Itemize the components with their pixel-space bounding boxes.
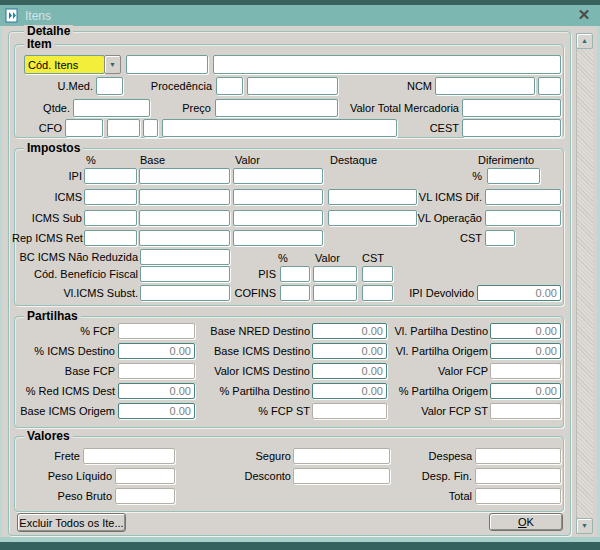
pct-partilha-origem-label: % Partilha Origem [378,383,488,399]
pis-cst-field[interactable] [362,266,393,282]
impostos-group-label: Impostos [24,142,83,154]
frete-field[interactable] [83,448,175,464]
rep-icms-ret-pct-field[interactable] [84,230,137,246]
ipi-pct-field[interactable] [84,168,137,184]
desp-fin-field[interactable] [475,468,561,484]
vertical-scrollbar[interactable] [576,33,593,534]
qtde-field[interactable] [73,99,150,117]
pis-cofins-header-pct: % [278,252,288,264]
valor-total-mercadoria-field[interactable] [462,99,561,117]
peso-liquido-label: Peso Líquido [32,468,112,484]
icms-pct-field[interactable] [84,189,137,205]
base-fcp-field[interactable] [118,363,195,379]
impostos-header-destaque: Destaque [330,154,377,166]
item-description-field[interactable] [213,55,561,74]
ncm-ex-field[interactable] [538,77,561,95]
peso-liquido-field[interactable] [115,468,175,484]
pis-pct-field[interactable] [280,266,310,282]
peso-bruto-field[interactable] [115,488,175,504]
base-icms-destino-label: Base ICMS Destino [200,343,310,359]
icms-sub-valor-field[interactable] [233,210,323,226]
cfo-field-2[interactable] [107,119,140,137]
rep-icms-ret-valor-field[interactable] [233,230,323,246]
pct-fcp-st-field[interactable] [312,403,387,419]
procedencia-field[interactable] [247,77,338,95]
cod-beneficio-fiscal-field[interactable] [140,266,230,282]
rep-icms-ret-base-field[interactable] [139,230,230,246]
pis-valor-field[interactable] [313,266,357,282]
scroll-down-button[interactable]: ▼ [576,518,593,534]
despesa-field[interactable] [475,448,561,464]
cfo-field-3[interactable] [143,119,158,137]
umed-field[interactable] [96,77,123,95]
base-icms-destino-field[interactable] [312,343,387,359]
cfo-description-field[interactable] [162,119,397,137]
item-code-field[interactable] [126,55,208,74]
window-bottom-frame [0,542,600,550]
item-group-label: Item [24,38,55,50]
desconto-field[interactable] [293,468,390,484]
base-nred-destino-field[interactable] [312,323,387,339]
icms-sub-base-field[interactable] [139,210,230,226]
icms-sub-destaque-field[interactable] [328,210,417,226]
vl-icms-subst-field[interactable] [140,285,230,301]
vl-partilha-destino-field[interactable] [490,323,561,339]
pct-partilha-origem-field[interactable] [490,383,561,399]
diferimento-pct-field[interactable] [487,168,540,184]
pct-icms-destino-field[interactable] [118,343,195,359]
base-nred-destino-label: Base NRED Destino [200,323,310,339]
item-code-combo[interactable] [24,55,105,74]
rep-icms-ret-label: Rep ICMS Ret [12,230,82,246]
ipi-devolvido-field[interactable] [477,285,561,301]
vl-icms-dif-field[interactable] [485,189,561,205]
frete-label: Frete [30,448,80,464]
vl-partilha-origem-field[interactable] [490,343,561,359]
cofins-valor-field[interactable] [313,285,357,301]
item-code-combo-button[interactable]: ▼ [104,55,121,74]
ipi-label: IPI [42,168,82,184]
window-titlebar[interactable]: Itens [0,5,600,26]
ncm-field[interactable] [435,77,535,95]
ipi-base-field[interactable] [139,168,230,184]
partilhas-group-label: Partilhas [24,310,81,322]
icms-destaque-field[interactable] [328,189,417,205]
vl-partilha-destino-label: Vl. Partilha Destino [378,323,488,339]
pct-partilha-destino-field[interactable] [312,383,387,399]
close-icon[interactable]: ✕ [575,7,593,23]
vl-operacao-field[interactable] [485,210,561,226]
cofins-cst-field[interactable] [362,285,393,301]
pct-fcp-st-label: % FCP ST [200,403,310,419]
cofins-pct-field[interactable] [280,285,310,301]
icms-base-field[interactable] [139,189,230,205]
excluir-todos-button[interactable]: Excluir Todos os Ite... [17,513,126,532]
preco-label: Preço [161,99,211,117]
base-icms-origem-field[interactable] [118,403,195,419]
preco-field[interactable] [215,99,338,117]
total-field[interactable] [475,488,561,504]
cest-field[interactable] [462,119,561,137]
pct-fcp-field[interactable] [118,323,195,339]
pct-red-icms-dest-field[interactable] [118,383,195,399]
seguro-field[interactable] [293,448,390,464]
valor-icms-destino-label: Valor ICMS Destino [200,363,310,379]
desp-fin-label: Desp. Fin. [412,468,472,484]
cst-field[interactable] [485,230,515,246]
window-icon [5,8,20,23]
ipi-valor-field[interactable] [233,168,323,184]
vl-icms-dif-label: VL ICMS Dif. [412,189,482,205]
cfo-field-1[interactable] [65,119,103,137]
scroll-up-button[interactable]: ▲ [576,33,593,49]
ok-button[interactable]: OK [489,513,563,531]
cod-beneficio-fiscal-label: Cód. Benefício Fiscal [18,266,138,282]
icms-sub-pct-field[interactable] [84,210,137,226]
icms-valor-field[interactable] [233,189,323,205]
valor-icms-destino-field[interactable] [312,363,387,379]
cofins-label: COFINS [226,285,276,301]
valor-fcp-st-field[interactable] [490,403,561,419]
valor-fcp-field[interactable] [490,363,561,379]
bc-icms-nao-reduzida-field[interactable] [140,249,230,265]
procedencia-code-field[interactable] [216,77,243,95]
window-title: Itens [25,9,51,23]
impostos-header-base: Base [140,154,165,166]
pis-label: PIS [246,266,276,282]
